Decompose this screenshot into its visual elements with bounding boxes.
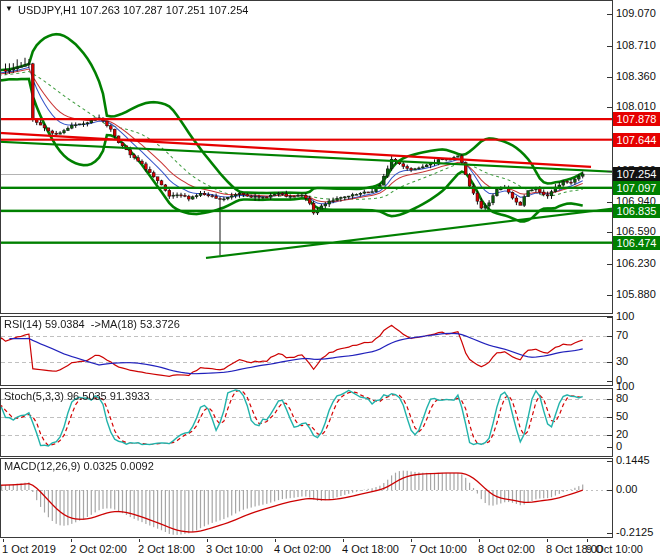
axis-tick-label: 108.710: [616, 39, 656, 51]
axis-tick-label: 109.070: [616, 7, 656, 19]
price-badge-green: 106.474: [613, 236, 660, 250]
time-axis-tick: [587, 539, 588, 542]
price-badge-red: 107.878: [613, 112, 660, 126]
time-axis-tick: [207, 539, 208, 542]
time-axis[interactable]: 1 Oct 20192 Oct 02:002 Oct 18:003 Oct 10…: [0, 539, 660, 560]
axis-tick-label: 108.010: [616, 100, 656, 112]
time-axis-label: 2 Oct 18:00: [138, 543, 195, 555]
time-axis-label: 4 Oct 18:00: [342, 543, 399, 555]
time-axis-tick: [547, 539, 548, 542]
time-axis-label: 8 Oct 02:00: [478, 543, 535, 555]
stochastic-indicator-panel: Stoch(5,3,3) 96.5035 91.3933: [0, 388, 613, 457]
axis-tick-label: 20: [616, 428, 628, 440]
time-axis-label: 9 Oct 10:00: [586, 543, 643, 555]
time-axis-tick: [3, 539, 4, 542]
axis-tick-label: 106.230: [616, 257, 656, 269]
time-axis-tick: [71, 539, 72, 542]
rsi-label: RSI(14) 59.0384 ->MA(18) 53.3726: [4, 318, 180, 330]
axis-tick-label: -0.2125: [616, 526, 653, 538]
axis-tick-label: 105.880: [616, 288, 656, 300]
time-axis-label: 3 Oct 10:00: [206, 543, 263, 555]
chart-dropdown-icon[interactable]: ▼: [5, 4, 13, 13]
time-axis-tick: [275, 539, 276, 542]
time-axis-tick: [139, 539, 140, 542]
macd-indicator-panel: MACD(12,26,9) 0.0325 0.0092: [0, 458, 613, 538]
time-axis-tick: [479, 539, 480, 542]
time-axis-label: 7 Oct 10:00: [410, 543, 467, 555]
axis-tick-label: 108.360: [616, 70, 656, 82]
axis-tick-label: 100: [616, 380, 634, 392]
axis-tick-label: 70: [616, 329, 628, 341]
axis-tick-label: 0: [616, 440, 622, 452]
price-badge-green: 106.835: [613, 204, 660, 218]
macd-label: MACD(12,26,9) 0.0325 0.0092: [4, 460, 154, 472]
time-axis-label: 1 Oct 2019: [2, 543, 56, 555]
price-badge-red: 107.644: [613, 133, 660, 147]
axis-tick-label: 80: [616, 392, 628, 404]
rsi-indicator-panel: RSI(14) 59.0384 ->MA(18) 53.3726: [0, 316, 613, 386]
axis-tick-label: 100: [616, 310, 634, 322]
axis-tick-label: 0.00: [616, 483, 637, 495]
main-chart-canvas[interactable]: [1, 1, 612, 313]
axis-tick-label: 50: [616, 410, 628, 422]
time-axis-tick: [411, 539, 412, 542]
time-axis-label: 4 Oct 02:00: [274, 543, 331, 555]
axis-tick-label: 30: [616, 355, 628, 367]
price-axis[interactable]: 109.070108.710108.360108.010107.290106.9…: [613, 0, 660, 560]
axis-tick-label: 0.1445: [616, 454, 650, 466]
price-badge-current: 107.254: [613, 167, 660, 181]
time-axis-label: 2 Oct 02:00: [70, 543, 127, 555]
price-badge-green: 107.097: [613, 181, 660, 195]
main-chart-panel: ▼ USDJPY,H1 107.263 107.287 107.251 107.…: [0, 0, 613, 314]
stochastic-label: Stoch(5,3,3) 96.5035 91.3933: [4, 390, 150, 402]
trading-terminal-window: ▼ USDJPY,H1 107.263 107.287 107.251 107.…: [0, 0, 660, 560]
time-axis-tick: [343, 539, 344, 542]
chart-title: USDJPY,H1 107.263 107.287 107.251 107.25…: [18, 4, 248, 16]
